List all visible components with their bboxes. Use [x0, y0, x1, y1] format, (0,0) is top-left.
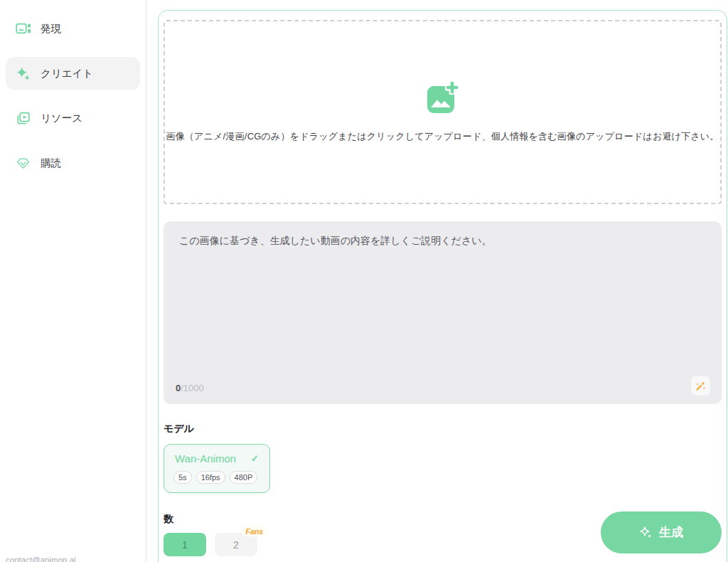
- sidebar: 発現 クリエイト リソース: [0, 0, 146, 562]
- quantity-option-2[interactable]: 2 Fans: [215, 533, 257, 556]
- model-tag-fps: 16fps: [196, 471, 225, 484]
- image-upload-dropzone[interactable]: 画像（アニメ/漫画/CGのみ）をドラッグまたはクリックしてアップロード、個人情報…: [164, 20, 722, 204]
- sidebar-item-resources[interactable]: リソース: [6, 102, 140, 134]
- sidebar-item-subscribe[interactable]: 購読: [6, 147, 140, 179]
- model-card-wan-animon[interactable]: Wan-Animon ✓ 5s 16fps 480P: [164, 444, 270, 493]
- model-section-label: モデル: [164, 423, 722, 435]
- image-add-icon: [427, 82, 459, 113]
- sidebar-item-label: リソース: [41, 112, 82, 125]
- generate-button-label: 生成: [659, 524, 683, 541]
- contact-email: contact@animon.ai: [6, 556, 76, 562]
- model-tag-duration: 5s: [173, 471, 192, 484]
- gallery-icon: [16, 21, 31, 36]
- video-resource-icon: [16, 111, 31, 126]
- magic-wand-icon: [695, 380, 707, 392]
- plus-icon: [445, 80, 459, 95]
- char-limit: /1000: [181, 383, 204, 393]
- quantity-option-1-value: 1: [182, 539, 188, 551]
- create-panel: 画像（アニメ/漫画/CGのみ）をドラッグまたはクリックしてアップロード、個人情報…: [158, 10, 727, 562]
- quantity-option-2-value: 2: [233, 539, 239, 551]
- sidebar-item-create[interactable]: クリエイト: [6, 57, 140, 90]
- double-sparkle-icon: [639, 526, 653, 539]
- gem-icon: [16, 156, 31, 171]
- sidebar-item-label: 購読: [41, 157, 61, 170]
- model-tags: 5s 16fps 480P: [173, 471, 260, 484]
- model-name: Wan-Animon: [175, 452, 236, 465]
- fans-badge: Fans: [242, 526, 266, 536]
- char-counter: 0/1000: [176, 383, 204, 393]
- model-tag-resolution: 480P: [230, 471, 258, 484]
- upload-hint-text: 画像（アニメ/漫画/CGのみ）をドラッグまたはクリックしてアップロード、個人情報…: [166, 130, 719, 143]
- sidebar-nav: 発現 クリエイト リソース: [0, 0, 146, 179]
- sidebar-item-discover[interactable]: 発現: [6, 12, 140, 45]
- prompt-enhance-button[interactable]: [691, 376, 710, 396]
- generate-button[interactable]: 生成: [601, 511, 722, 553]
- check-icon: ✓: [251, 453, 259, 464]
- prompt-input[interactable]: [164, 221, 722, 404]
- quantity-option-1[interactable]: 1: [164, 533, 206, 556]
- sparkle-icon: [16, 66, 31, 81]
- prompt-box: 0/1000: [164, 221, 722, 404]
- sidebar-item-label: クリエイト: [41, 67, 93, 80]
- sidebar-item-label: 発現: [41, 22, 61, 36]
